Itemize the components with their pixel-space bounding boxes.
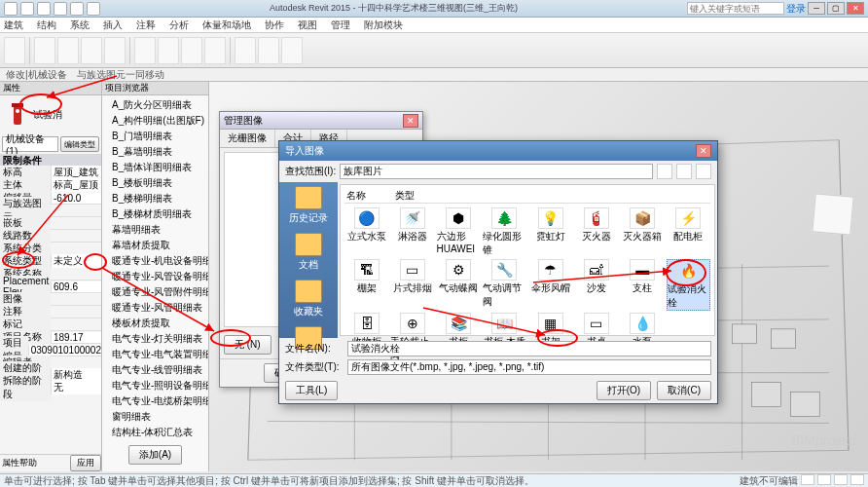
qat-print[interactable] [87, 2, 100, 16]
tree-item[interactable]: 给排水专业-卫浴装置明细表 [104, 469, 206, 471]
tree-item[interactable]: 电气专业-线管明细表 [104, 362, 206, 378]
app-menu-button[interactable] [4, 2, 18, 16]
qat-undo[interactable] [54, 2, 67, 16]
add-button[interactable]: 添加(A) [128, 445, 182, 465]
tree-item[interactable]: 楼板材质提取 [104, 316, 206, 331]
ribbon-btn-11[interactable] [281, 37, 303, 64]
tree-item[interactable]: 电气专业-照明设备明细表 [104, 378, 206, 393]
tree-item[interactable]: B_楼板明细表 [104, 175, 206, 191]
file-item[interactable]: 🏗棚架 [344, 259, 388, 311]
col-type[interactable]: 类型 [395, 189, 415, 203]
ribbon-btn-7[interactable] [181, 37, 202, 64]
filename-input[interactable]: 试验消火栓 [347, 341, 711, 356]
tab-structure[interactable]: 结构 [37, 19, 56, 32]
tools-button[interactable]: 工具(L) [285, 381, 338, 400]
qat-open[interactable] [20, 2, 34, 16]
file-item[interactable]: 📦灭火器箱 [621, 207, 665, 257]
ribbon-btn-10[interactable] [258, 37, 279, 64]
none-button[interactable]: 无 (N) [224, 335, 271, 355]
filetype-combo[interactable]: 所有图像文件(*.bmp, *.jpg, *.jpeg, *.png, *.ti… [347, 359, 711, 375]
ribbon-btn-2[interactable] [57, 37, 79, 64]
project-browser-tree-2[interactable]: 给排水专业-卫浴装置明细表给排水专业-管道设备明细表给排水专业-管道附件明细表给… [102, 468, 208, 471]
tree-item[interactable]: 幕墙材质提取 [104, 238, 206, 253]
minimize-button[interactable]: ─ [808, 2, 825, 15]
tab-raster[interactable]: 光栅图像 [220, 130, 275, 147]
tree-item[interactable]: A_防火分区明细表 [104, 97, 206, 113]
modify-button[interactable] [4, 37, 25, 64]
sb-btn-1[interactable] [801, 474, 814, 485]
ribbon-btn-5[interactable] [134, 37, 156, 64]
view-cube[interactable] [812, 193, 853, 235]
edit-type-button[interactable]: 编辑类型 [60, 136, 99, 152]
tree-item[interactable]: 暖通专业-风管明细表 [104, 300, 206, 316]
place-favorites[interactable]: 收藏夹 [294, 280, 323, 318]
nav-views-button[interactable] [696, 164, 711, 179]
tree-item[interactable]: B_楼梯材质明细表 [104, 206, 206, 222]
tree-item[interactable]: 电气专业-电气装置明细表 [104, 347, 206, 362]
property-row[interactable]: 拆除的阶段无 [0, 382, 101, 394]
place-documents[interactable]: 文档 [295, 233, 322, 272]
nav-back-button[interactable] [657, 164, 672, 179]
tree-item[interactable]: 幕墙明细表 [104, 222, 206, 238]
tree-item[interactable]: 电气专业-电缆桥架明细表 [104, 393, 206, 409]
login-link[interactable]: 登录 [786, 2, 806, 16]
tree-item[interactable]: 暖通专业-风管设备明细表 [104, 269, 206, 284]
ribbon-btn-6[interactable] [158, 37, 179, 64]
file-item[interactable]: 🔧气动调节阀 [483, 259, 526, 311]
tab-collaborate[interactable]: 协作 [265, 19, 284, 32]
file-item[interactable]: ▭片式排烟 [390, 259, 434, 311]
col-name[interactable]: 名称 [346, 189, 366, 203]
tab-annotate[interactable]: 注释 [136, 19, 156, 32]
tab-view[interactable]: 视图 [298, 19, 317, 32]
ribbon-btn-8[interactable] [204, 37, 226, 64]
project-browser-tree[interactable]: A_防火分区明细表A_构件明细(出图版F)B_门墙明细表B_幕墙明细表B_墙体详… [102, 95, 208, 442]
maximize-button[interactable]: ▢ [827, 2, 845, 15]
tree-item[interactable]: A_构件明细(出图版F) [104, 113, 206, 129]
file-item[interactable]: ⚙气动蝶阀 [437, 259, 481, 311]
sb-btn-4[interactable] [850, 474, 864, 485]
file-item[interactable]: 🔥试验消火栓 [667, 259, 710, 311]
tab-manage[interactable]: 管理 [331, 19, 350, 32]
tab-analyze[interactable]: 分析 [169, 19, 189, 32]
tree-item[interactable]: 结构柱-体积汇总表 [104, 425, 206, 440]
help-search-input[interactable] [687, 2, 784, 15]
lookin-combo[interactable]: 族库图片 [340, 164, 653, 179]
ribbon-btn-4[interactable] [104, 37, 126, 64]
open-button[interactable]: 打开(O) [597, 381, 651, 400]
sb-btn-2[interactable] [817, 474, 831, 485]
tab-architecture[interactable]: 建筑 [4, 19, 23, 32]
ribbon-btn-1[interactable] [34, 37, 55, 64]
context-tab-move[interactable]: 与族选图元一同移动 [77, 68, 164, 82]
qat-redo[interactable] [70, 2, 84, 16]
file-item[interactable]: 🚿淋浴器 [390, 207, 434, 257]
place-history[interactable]: 历史记录 [289, 186, 328, 225]
import-dialog-close[interactable]: ✕ [696, 144, 711, 158]
nav-up-button[interactable] [676, 164, 692, 179]
ribbon-btn-9[interactable] [235, 37, 256, 64]
file-item[interactable]: 🔵立式水泵 [344, 207, 388, 257]
tab-insert[interactable]: 插入 [103, 19, 123, 32]
sb-btn-3[interactable] [834, 474, 848, 485]
file-item[interactable]: 🌲绿化圆形锥 [483, 207, 526, 257]
file-item[interactable]: ☂伞形风帽 [528, 259, 572, 311]
tree-item[interactable]: 电气专业-灯关明细表 [104, 331, 206, 347]
import-cancel-button[interactable]: 取消(C) [657, 381, 711, 400]
apply-button[interactable]: 应用 [70, 455, 101, 471]
tree-item[interactable]: B_楼梯明细表 [104, 191, 206, 206]
tab-systems[interactable]: 系统 [70, 19, 90, 32]
qat-save[interactable] [37, 2, 51, 16]
tree-item[interactable]: B_门墙明细表 [104, 129, 206, 144]
file-item[interactable]: ⬢六边形HUAWEI [437, 207, 481, 257]
tree-item[interactable]: 暖通专业-机电设备明细表 [104, 253, 206, 269]
tree-item[interactable]: 窗明细表 [104, 409, 206, 425]
close-button[interactable]: ✕ [847, 2, 864, 15]
ribbon-btn-3[interactable] [81, 37, 102, 64]
file-item[interactable]: 💡霓虹灯 [528, 207, 572, 257]
file-item[interactable]: ▬支柱 [621, 259, 665, 311]
file-item[interactable]: 🛋沙发 [574, 259, 618, 311]
file-item[interactable]: 🧯灭火器 [574, 207, 618, 257]
tab-addins[interactable]: 附加模块 [364, 19, 403, 32]
tree-item[interactable]: B_幕墙明细表 [104, 144, 206, 160]
tree-item[interactable]: B_墙体详图明细表 [104, 160, 206, 175]
manage-dialog-close[interactable]: ✕ [403, 114, 418, 128]
